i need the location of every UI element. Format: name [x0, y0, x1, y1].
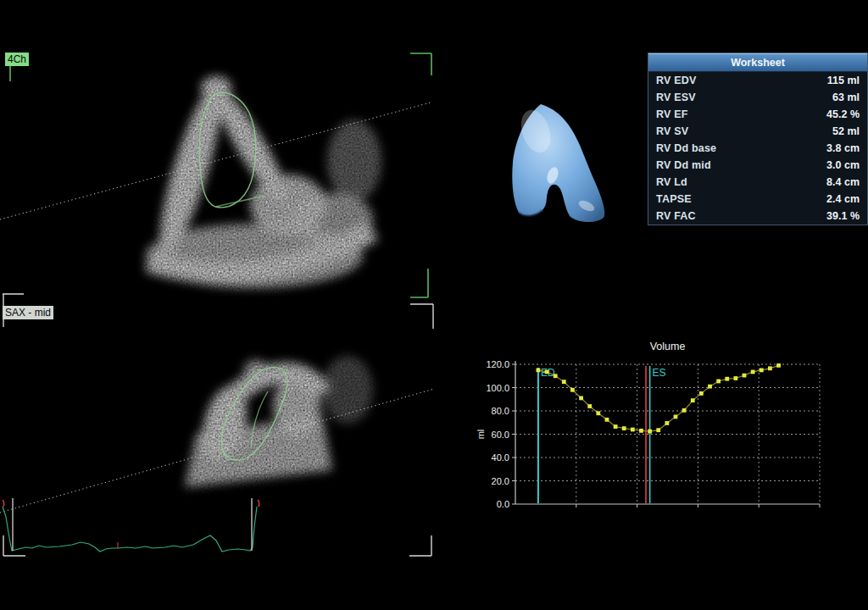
y-axis-label: ml: [476, 430, 486, 440]
volume-data-point[interactable]: [665, 421, 669, 425]
volume-data-point[interactable]: [708, 385, 712, 389]
volume-data-point[interactable]: [648, 430, 652, 434]
worksheet-row[interactable]: RV Dd mid3.0 cm: [648, 157, 867, 174]
es-marker-label: ES: [653, 367, 666, 379]
volume-data-point[interactable]: [743, 374, 747, 378]
volume-data-point[interactable]: [622, 426, 626, 430]
volume-data-point[interactable]: [776, 363, 781, 368]
volume-data-point[interactable]: [733, 376, 737, 380]
worksheet-row[interactable]: TAPSE2.4 cm: [648, 191, 867, 208]
measurement-label: RV ESV: [656, 92, 696, 103]
measurement-value: 63 ml: [832, 92, 860, 103]
volume-data-point[interactable]: [587, 404, 592, 408]
worksheet-row[interactable]: RV Dd base3.8 cm: [648, 140, 867, 157]
measurement-label: TAPSE: [656, 193, 692, 205]
measurement-value: 8.4 cm: [826, 176, 860, 188]
volume-data-point[interactable]: [682, 408, 687, 413]
worksheet-row[interactable]: RV FAC39.1 %: [648, 208, 867, 225]
y-tick-label: 20.0: [492, 476, 509, 486]
ultrasound-view-4ch[interactable]: [0, 0, 434, 305]
chart-title: Volume: [650, 341, 686, 352]
measurement-label: RV EF: [656, 108, 688, 120]
worksheet-title: Worksheet: [731, 57, 785, 69]
volume-data-point[interactable]: [639, 429, 643, 433]
worksheet-row[interactable]: RV EF45.2 %: [648, 106, 867, 123]
volume-data-point[interactable]: [614, 424, 618, 429]
ultrasound-view-sax-mid[interactable]: [0, 288, 434, 610]
worksheet-row[interactable]: RV ESV63 ml: [648, 89, 867, 106]
volume-data-point[interactable]: [631, 428, 635, 432]
view-label-sax-mid: SAX - mid: [3, 306, 53, 319]
y-tick-label: 80.0: [492, 406, 509, 416]
worksheet-row[interactable]: RV Ld8.4 cm: [648, 174, 867, 191]
measurement-label: RV EDV: [656, 75, 697, 86]
volume-data-point[interactable]: [554, 374, 558, 378]
y-tick-label: 60.0: [492, 430, 509, 440]
volume-data-point[interactable]: [656, 428, 660, 432]
view-label-4ch: 4Ch: [5, 53, 29, 66]
echo-tissue-4ch: [110, 59, 415, 297]
worksheet-row[interactable]: RV EDV115 ml: [648, 72, 867, 89]
volume-data-point[interactable]: [570, 388, 575, 392]
volume-data-point[interactable]: [699, 391, 704, 396]
worksheet-panel: Worksheet RV EDV115 mlRV ESV63 mlRV EF45…: [648, 53, 868, 225]
worksheet-header[interactable]: Worksheet: [648, 53, 867, 72]
measurement-value: 115 ml: [827, 75, 860, 86]
rv-3d-model[interactable]: [475, 72, 653, 241]
y-tick-label: 100.0: [486, 383, 509, 393]
y-tick-label: 40.0: [492, 452, 509, 463]
ecg-trace: [3, 507, 257, 552]
measurement-value: 3.8 cm: [826, 142, 860, 154]
volume-data-point[interactable]: [605, 418, 609, 422]
y-tick-label: 120.0: [486, 359, 509, 369]
measurement-label: RV Ld: [656, 176, 687, 188]
volume-data-point[interactable]: [760, 368, 764, 372]
measurement-label: RV FAC: [656, 210, 696, 222]
volume-chart: Volumeml0.020.040.060.080.0100.0120.0EDE…: [473, 336, 868, 517]
volume-data-point[interactable]: [725, 377, 729, 381]
volume-data-point[interactable]: [751, 370, 755, 374]
measurement-label: RV Dd base: [656, 142, 716, 154]
measurement-value: 39.1 %: [826, 210, 860, 222]
volume-data-point[interactable]: [716, 380, 721, 384]
volume-data-point[interactable]: [537, 368, 541, 372]
worksheet-rows: RV EDV115 mlRV ESV63 mlRV EF45.2 %RV SV5…: [648, 72, 867, 225]
volume-data-point[interactable]: [579, 396, 583, 400]
measurement-label: RV SV: [656, 125, 688, 137]
echo-tissue-sax: [153, 339, 390, 508]
volume-data-point[interactable]: [562, 380, 566, 384]
measurement-value: 52 ml: [832, 125, 860, 137]
volume-data-point[interactable]: [596, 411, 600, 415]
measurement-value: 3.0 cm: [826, 159, 860, 171]
worksheet-row[interactable]: RV SV52 ml: [648, 123, 867, 140]
y-tick-label: 0.0: [497, 499, 509, 509]
measurement-value: 2.4 cm: [826, 193, 860, 205]
measurement-value: 45.2 %: [826, 108, 860, 120]
echo-workstation-screen: 4Ch SAX - mid Worksheet RV EDV115 mlRV E…: [0, 0, 868, 610]
volume-data-point[interactable]: [545, 370, 549, 374]
volume-data-point[interactable]: [674, 414, 678, 419]
volume-data-point[interactable]: [768, 366, 772, 370]
volume-data-point[interactable]: [691, 398, 695, 402]
measurement-label: RV Dd mid: [656, 159, 711, 171]
